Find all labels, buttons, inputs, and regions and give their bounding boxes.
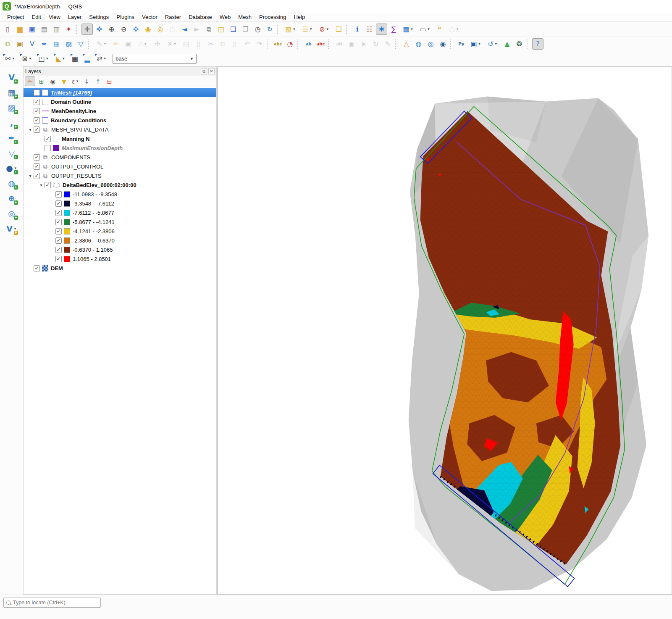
layer-label[interactable]: COMPONENTS <box>51 154 90 161</box>
zoom-last-button[interactable]: ◄ <box>179 24 190 35</box>
collapse-all-button[interactable]: ↑ <box>93 76 103 86</box>
visibility-checkbox[interactable]: ✓ <box>55 210 62 216</box>
mesh-water-level-button[interactable]: ▂ <box>81 53 93 64</box>
show-spatial-bookmarks-button[interactable]: ❒ <box>240 24 251 35</box>
layer-label[interactable]: MESH_SPATIAL_DATA <box>51 126 108 133</box>
new-geopackage-layer-button[interactable]: ▣ <box>14 38 26 50</box>
chevron-down-icon[interactable]: ▼ <box>76 79 79 83</box>
chevron-down-icon[interactable]: ▼ <box>309 27 312 31</box>
zoom-in-button[interactable]: ⊕ <box>106 24 117 35</box>
new-spatialite-layer-button[interactable]: ✒ <box>39 38 50 50</box>
chevron-down-icon[interactable]: ▼ <box>103 42 107 46</box>
panel-close-icon[interactable]: ✕ <box>208 68 215 74</box>
vector-tools-button[interactable]: △ <box>401 38 412 50</box>
layer-maximum-erosion-depth-row[interactable]: ✓MaximumErosionDepth <box>24 143 216 153</box>
layer-label[interactable]: OUTPUT_CONTROL <box>51 163 103 170</box>
expander-icon[interactable]: ▾ <box>38 183 45 187</box>
group-components-row[interactable]: ✓⧉COMPONENTS <box>24 153 216 162</box>
chevron-down-icon[interactable]: ▼ <box>173 42 177 46</box>
menu-settings[interactable]: Settings <box>85 13 113 21</box>
pan-map-button[interactable]: ✛ <box>81 24 93 35</box>
chevron-down-icon[interactable]: ▼ <box>427 27 430 31</box>
layer-deltabedelev-row[interactable]: ▾✓DeltaBedElev_0000:02:00:00 <box>24 180 216 190</box>
chevron-down-icon[interactable]: ▼ <box>12 57 15 61</box>
processing-toolbox-button[interactable]: ✱ <box>376 24 387 35</box>
menu-view[interactable]: View <box>45 13 64 21</box>
layer-label[interactable]: OUTPUT_RESULTS <box>51 173 102 179</box>
chevron-down-icon[interactable]: ▼ <box>410 27 414 31</box>
add-mesh-layer-button[interactable]: ▨ <box>5 101 18 114</box>
layer-boundary-conditions-row[interactable]: ✓Boundary Conditions <box>24 116 216 125</box>
visibility-checkbox[interactable]: ✓ <box>45 182 51 188</box>
menu-raster[interactable]: Raster <box>161 13 185 21</box>
layer-label[interactable]: -2.3806 - -0.6370 <box>73 237 115 244</box>
new-map-view-button[interactable]: ⧉ <box>203 24 215 35</box>
highlight-pinned-labels-button[interactable]: abc <box>315 38 326 50</box>
mesh-styling-button[interactable]: ◣▼ <box>52 53 68 64</box>
terrain-profile-button[interactable]: ▲ <box>501 38 513 50</box>
chevron-down-icon[interactable]: ▼ <box>478 42 481 46</box>
add-wcs-layer-button[interactable]: ⊕ <box>5 192 18 205</box>
visibility-checkbox[interactable]: ✓ <box>55 237 62 244</box>
mesh-load-results-button[interactable]: ✉▼ <box>2 53 18 64</box>
remove-layer-button[interactable]: ⊟ <box>104 76 115 86</box>
chevron-down-icon[interactable]: ▼ <box>46 57 49 61</box>
temporal-controller-button[interactable]: ◷ <box>252 24 263 35</box>
layer-label[interactable]: -4.1241 - -2.3806 <box>73 228 115 234</box>
new-3d-map-view-button[interactable]: ◫ <box>215 24 227 35</box>
chevron-down-icon[interactable]: ▼ <box>326 27 329 31</box>
refresh-button[interactable]: ↻ <box>264 24 276 35</box>
layer-label[interactable]: -0.6370 - 1.1065 <box>73 247 113 253</box>
visibility-checkbox[interactable]: ✓ <box>45 145 51 151</box>
code-editor-button[interactable]: ▣▼ <box>468 38 484 50</box>
new-shapefile-layer-button[interactable]: V <box>26 38 38 50</box>
map-tips-button[interactable]: ❝ <box>434 24 445 35</box>
zoom-to-selection-button[interactable]: ◉ <box>142 24 154 35</box>
layer-label[interactable]: Manning N <box>62 136 89 142</box>
legend-class-5-row[interactable]: ✓-4.1241 - -2.3806 <box>24 227 216 236</box>
layer-label[interactable]: DEM <box>51 265 63 271</box>
add-vector-layer-button[interactable]: V <box>5 71 18 84</box>
visibility-checkbox[interactable]: ✓ <box>34 154 40 161</box>
legend-class-3-row[interactable]: ✓-7.6112 - -5.8677 <box>24 208 216 217</box>
group-mesh-spatial-data-row[interactable]: ▾✓⧉MESH_SPATIAL_DATA <box>24 125 216 134</box>
select-by-location-button[interactable]: ❏ <box>333 24 344 35</box>
chevron-down-icon[interactable]: ▼ <box>456 27 459 31</box>
legend-class-2-row[interactable]: ✓-9.3548 - -7.6112 <box>24 199 216 208</box>
visibility-checkbox[interactable]: ✓ <box>34 90 40 96</box>
open-attribute-table-button[interactable]: ▦▼ <box>400 24 416 35</box>
add-postgis-layer-button[interactable]: ●▼ <box>5 161 18 175</box>
zoom-full-button[interactable]: ✣ <box>130 24 142 35</box>
deselect-features-button[interactable]: ⊘▼ <box>316 24 332 35</box>
manage-map-themes-button[interactable]: ◉ <box>47 76 58 86</box>
panel-undock-icon[interactable]: ⧉ <box>201 68 207 74</box>
processing-history-button[interactable]: ↺▼ <box>485 38 501 50</box>
group-output-results-row[interactable]: ▾✓⧉OUTPUT_RESULTS <box>24 171 216 180</box>
legend-class-8-row[interactable]: ✓1.1065 - 2.8501 <box>24 254 216 263</box>
chevron-down-icon[interactable]: ▼ <box>14 166 17 170</box>
visibility-checkbox[interactable]: ✓ <box>55 191 62 198</box>
locate-input[interactable] <box>13 600 98 606</box>
menu-database[interactable]: Database <box>185 13 216 21</box>
field-calculator-button[interactable]: ☷ <box>364 24 375 35</box>
layer-label[interactable]: MeshDensityLine <box>51 108 96 114</box>
new-mesh-layer-button[interactable]: ▨ <box>63 38 74 50</box>
legend-class-7-row[interactable]: ✓-0.6370 - 1.1065 <box>24 245 216 254</box>
map-canvas[interactable] <box>218 66 672 595</box>
layer-trimesh-row[interactable]: ✓TriMesh [14769] <box>24 88 216 97</box>
open-layer-styling-dock-button[interactable]: ✏ <box>25 76 35 86</box>
layer-label[interactable]: Boundary Conditions <box>51 117 106 124</box>
visibility-checkbox[interactable]: ✓ <box>34 265 40 271</box>
identify-features-button[interactable]: ℹ <box>352 24 363 35</box>
chevron-down-icon[interactable]: ▼ <box>144 42 147 46</box>
mesh-export-button[interactable]: ◳▼ <box>36 53 52 64</box>
chevron-down-icon[interactable]: ▼ <box>13 227 17 231</box>
select-features-by-value-button[interactable]: ☰▼ <box>299 24 315 35</box>
add-wms-layer-button[interactable]: ◍ <box>5 176 18 190</box>
new-print-layout-button[interactable]: ▤ <box>39 24 50 35</box>
mesh-animation-button[interactable]: ▦ <box>69 53 81 64</box>
add-spatialite-layer-button[interactable]: ✒ <box>5 131 18 145</box>
osm-place-search-button[interactable]: ◉ <box>437 38 449 50</box>
group-output-control-row[interactable]: ✓⧉OUTPUT_CONTROL <box>24 162 216 171</box>
menu-processing[interactable]: Processing <box>255 13 290 21</box>
